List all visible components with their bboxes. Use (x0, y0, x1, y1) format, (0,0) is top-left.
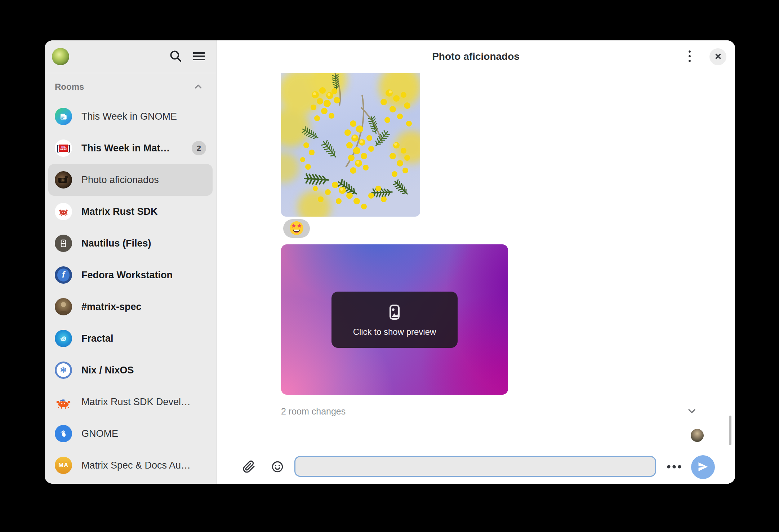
room-item-photo-aficionados[interactable]: Photo aficionados (48, 164, 213, 196)
more-options-button[interactable] (666, 459, 682, 475)
sidebar-header (45, 40, 216, 73)
room-item-matrix-rust-sdk-devel[interactable]: Matrix Rust SDK Devel… (48, 386, 213, 418)
room-label: GNOME (81, 428, 206, 439)
chat-header: Photo aficionados (217, 40, 735, 73)
room-title: Photo aficionados (432, 51, 520, 62)
room-label: Nautilus (Files) (81, 238, 206, 249)
message-input[interactable] (294, 456, 656, 477)
send-message-button[interactable] (691, 455, 715, 479)
room-label: Fedora Workstation (81, 270, 206, 281)
newspaper-gradient-icon (55, 108, 72, 125)
room-label: This Week in Mat… (81, 143, 182, 154)
room-label: Matrix Rust SDK (81, 206, 206, 217)
kebab-menu-icon (688, 50, 691, 64)
show-preview-card[interactable]: Click to show preview (331, 292, 458, 348)
close-icon (713, 52, 723, 62)
reaction-star-struck[interactable] (283, 219, 310, 238)
room-label: This Week in GNOME (81, 111, 206, 122)
hamburger-menu-icon (192, 51, 205, 62)
room-label: Matrix Spec & Docs Au… (81, 460, 206, 471)
timeline-scrollbar[interactable] (729, 416, 731, 445)
search-icon (169, 49, 183, 64)
fedora-logo-icon: f (55, 266, 72, 284)
emoji-picker-button[interactable] (270, 459, 285, 475)
room-item-matrix-rust-sdk[interactable]: Matrix Rust SDK (48, 196, 213, 227)
room-label: Fractal (81, 333, 206, 344)
room-label: Photo aficionados (81, 174, 206, 186)
user-avatar[interactable] (52, 48, 69, 65)
ellipsis-icon (667, 465, 682, 470)
room-menu-button[interactable] (682, 49, 697, 65)
close-window-button[interactable] (709, 48, 726, 65)
person-photo (55, 298, 72, 315)
paperclip-icon (242, 460, 255, 474)
chat-pane: Photo aficionados (217, 40, 735, 484)
send-plane-icon (697, 461, 709, 474)
the-week-logo: [ THEWEEK ] (55, 139, 72, 157)
chevron-up-icon (193, 81, 204, 93)
room-changes-label: 2 room changes (281, 406, 684, 417)
room-label: Nix / NixOS (81, 365, 206, 376)
image-placeholder-icon (385, 302, 404, 323)
initials-avatar: MA (55, 457, 72, 474)
room-item-matrix-spec[interactable]: #matrix-spec (48, 291, 213, 323)
room-item-fedora-workstation[interactable]: fFedora Workstation (48, 259, 213, 291)
sidebar: Rooms This Week in GNOME [ THEWEEK ]This… (45, 40, 217, 484)
search-button[interactable] (168, 49, 184, 65)
read-receipt-avatar[interactable] (691, 429, 704, 442)
message-timeline: Click to show preview 2 room changes (217, 73, 735, 447)
room-item-nautilus-files[interactable]: Nautilus (Files) (48, 227, 213, 259)
file-cabinet-icon (55, 235, 72, 252)
attach-file-button[interactable] (241, 459, 257, 475)
room-item-nix-nixos[interactable]: ❄Nix / NixOS (48, 354, 213, 386)
nix-snowflake-icon: ❄ (55, 362, 72, 379)
ferris-with-cap-icon (55, 393, 72, 411)
chevron-down-icon (686, 405, 698, 418)
room-item-this-week-in-mat[interactable]: [ THEWEEK ]This Week in Mat…2 (48, 132, 213, 164)
star-struck-emoji-icon (289, 221, 304, 236)
app-window: Rooms This Week in GNOME [ THEWEEK ]This… (45, 40, 735, 484)
hidden-media-message[interactable]: Click to show preview (281, 244, 508, 395)
fractal-spiral-icon (55, 330, 72, 347)
room-list: This Week in GNOME [ THEWEEK ]This Week … (45, 101, 216, 484)
unread-badge: 2 (192, 141, 206, 155)
gnome-foot-icon (55, 425, 72, 442)
mimosa-photo (281, 73, 420, 217)
room-item-this-week-in-gnome[interactable]: This Week in GNOME (48, 101, 213, 132)
room-label: Matrix Rust SDK Devel… (81, 396, 206, 408)
room-label: #matrix-spec (81, 301, 206, 312)
room-changes-row: 2 room changes (281, 402, 700, 421)
show-preview-label: Click to show preview (353, 327, 436, 337)
collapse-rooms-button[interactable] (191, 80, 205, 94)
vintage-camera-photo (55, 171, 72, 189)
room-item-fractal[interactable]: Fractal (48, 323, 213, 354)
room-item-matrix-spec-docs-au[interactable]: MAMatrix Spec & Docs Au… (48, 449, 213, 481)
rooms-section-label: Rooms (55, 82, 191, 92)
ferris-crab-icon (55, 203, 72, 220)
room-item-gnome[interactable]: GNOME (48, 418, 213, 449)
rooms-section-header: Rooms (45, 73, 216, 101)
smiley-icon (271, 460, 284, 474)
image-message-flowers[interactable] (281, 73, 420, 217)
main-menu-button[interactable] (191, 49, 207, 65)
composer (217, 447, 735, 484)
expand-room-changes-button[interactable] (684, 403, 700, 419)
